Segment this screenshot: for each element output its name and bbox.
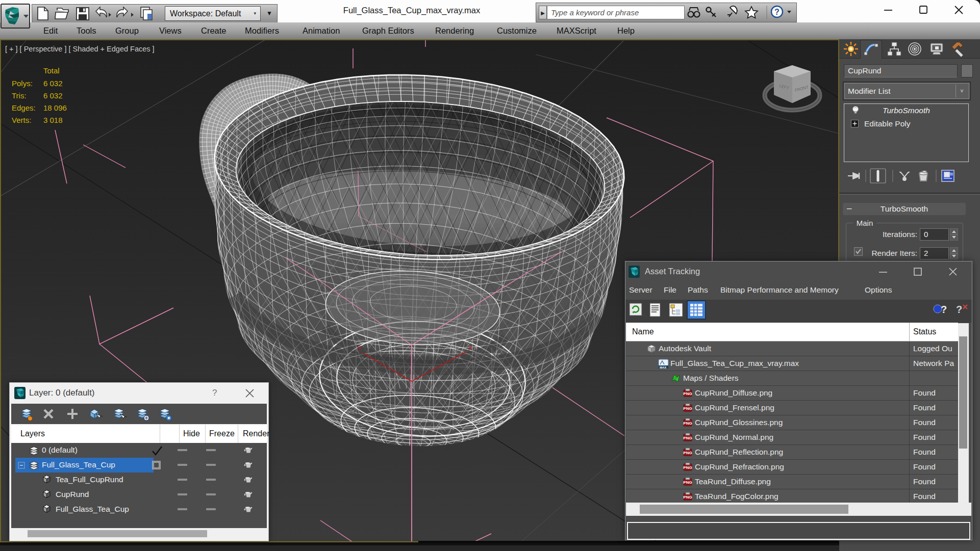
svg-text:6 032: 6 032 — [43, 91, 63, 100]
svg-text:X: X — [468, 344, 473, 352]
svg-text:?: ? — [941, 304, 947, 315]
svg-text:Polys:: Polys: — [12, 79, 33, 88]
svg-text:[ + ] [ Perspective ] [ Shaded: [ + ] [ Perspective ] [ Shaded + Edged F… — [5, 45, 155, 53]
svg-text:PNG: PNG — [683, 465, 692, 470]
svg-text:Y: Y — [357, 345, 362, 352]
svg-text:?: ? — [774, 8, 780, 16]
svg-text:?: ? — [956, 304, 962, 315]
svg-text:PNG: PNG — [683, 495, 692, 500]
svg-text:PNG: PNG — [683, 480, 692, 485]
svg-text:6 032: 6 032 — [43, 79, 63, 88]
svg-text:MAX: MAX — [660, 366, 666, 369]
svg-text:Edges:: Edges: — [12, 103, 36, 112]
svg-text:Tris:: Tris: — [12, 91, 27, 100]
svg-text:PNG: PNG — [683, 391, 692, 396]
svg-text:18 096: 18 096 — [43, 103, 67, 112]
svg-text:PNG: PNG — [683, 421, 692, 426]
svg-text:PNG: PNG — [683, 406, 692, 411]
svg-text:Verts:: Verts: — [12, 116, 31, 124]
svg-text:3 018: 3 018 — [43, 116, 63, 124]
svg-text:Total: Total — [43, 66, 60, 75]
svg-text:PNG: PNG — [683, 451, 692, 455]
svg-text:PNG: PNG — [683, 436, 692, 440]
